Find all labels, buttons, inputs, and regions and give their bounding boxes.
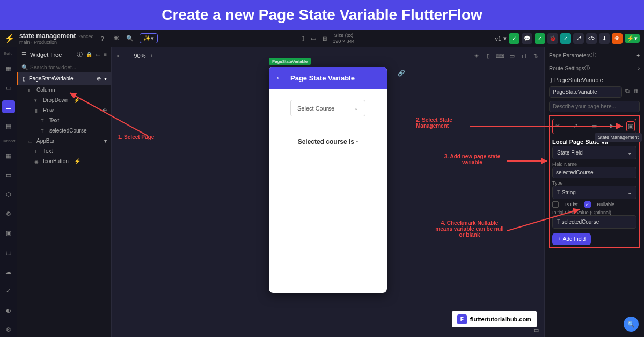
version-label[interactable]: v1: [495, 35, 501, 42]
dropdown-field[interactable]: Select Course ⌄: [290, 100, 365, 116]
delete-icon[interactable]: 🗑: [633, 86, 640, 95]
code-icon[interactable]: </>: [586, 33, 597, 44]
media-icon[interactable]: ▣: [2, 226, 15, 239]
build-label: Build: [4, 52, 13, 55]
page-item-root[interactable]: ▯ PageStateVariable ⊕ ▾: [17, 72, 111, 85]
type-dropdown[interactable]: T String ⌄: [552, 186, 636, 199]
lock-icon[interactable]: 🔒: [86, 52, 92, 57]
check-icon[interactable]: ✓: [509, 33, 519, 44]
sync-status: Synced: [77, 34, 93, 39]
api-icon[interactable]: ⚙: [2, 207, 15, 220]
topbar: ⚡ state management Synced main · Product…: [0, 30, 644, 47]
eye-icon[interactable]: 👁: [612, 33, 623, 44]
properties-panel: Page Parameters ⓘ + Route Settings ⓘ › ▯…: [544, 47, 644, 337]
field-name-input[interactable]: [552, 167, 636, 178]
appstate-icon[interactable]: ⬡: [2, 188, 15, 201]
list-icon[interactable]: ≡: [104, 52, 107, 57]
tree-iconbutton[interactable]: ◉IconButton ⚡: [17, 156, 111, 166]
tree-text2[interactable]: TText: [17, 146, 111, 156]
widget-search[interactable]: 🔍 Search for widget...: [17, 62, 111, 72]
chevron-down-icon[interactable]: ▾: [503, 35, 507, 42]
project-info: state management Synced main · Productio…: [19, 32, 93, 45]
box-icon[interactable]: ▭: [508, 52, 516, 60]
banner-title: Create a new Page State Variable Flutter…: [0, 0, 644, 30]
phone-icon[interactable]: ▯: [484, 52, 493, 60]
page-name-input[interactable]: [549, 86, 622, 98]
project-name: state management: [19, 32, 76, 40]
flow-icon[interactable]: ⇅: [531, 52, 540, 60]
keyboard-icon[interactable]: ⌨: [496, 52, 504, 60]
left-rail: Build ▦ ▭ ☰ ▤ Connect ▦ ▭ ⬡ ⚙ ▣ ⬚ ☁ ✓ ◐ …: [0, 47, 17, 337]
theme-icon[interactable]: ◐: [2, 304, 15, 317]
check3-icon[interactable]: ✓: [560, 33, 571, 44]
firestore-icon[interactable]: ▦: [2, 149, 15, 162]
chevron-right-icon[interactable]: ›: [638, 65, 640, 71]
chevron-icon[interactable]: ▾: [104, 138, 107, 144]
custom-icon[interactable]: ⬚: [2, 246, 15, 259]
device-preview[interactable]: ← Page State Variable Select Course ⌄ Se…: [269, 67, 387, 293]
annotation-2: 2. Select State Management: [416, 117, 470, 129]
copy-icon[interactable]: ⧉: [624, 86, 631, 95]
chevron-down-icon: ⌄: [627, 189, 632, 195]
state-field-dropdown[interactable]: State Field ⌄: [552, 146, 636, 159]
link-icon[interactable]: 🔗: [398, 70, 405, 77]
device-selector[interactable]: ▯ ▭ 🖥: [298, 34, 328, 43]
dropdown-icon: ▾: [34, 98, 40, 103]
fullscreen-icon[interactable]: ▭: [533, 327, 539, 334]
info-icon[interactable]: ⓘ: [584, 64, 590, 72]
tree-title: Widget Tree: [30, 52, 74, 58]
dashboard-icon[interactable]: ▦: [2, 62, 15, 75]
describe-input[interactable]: [549, 101, 640, 112]
ai-pill[interactable]: ✨▾: [140, 33, 158, 43]
back-arrow-icon[interactable]: ←: [275, 73, 284, 83]
zoom-level: 90%: [134, 53, 145, 59]
download-icon[interactable]: ⬇: [599, 33, 610, 44]
page-name: PageStateVariable: [29, 76, 74, 82]
datatypes-icon[interactable]: ▭: [2, 169, 15, 181]
page-params-label: Page Parameters: [549, 53, 591, 58]
text-icon: T: [41, 118, 46, 123]
tests-icon[interactable]: ✓: [2, 284, 15, 297]
annotation-1: 1. Select Page: [118, 134, 154, 140]
selected-course-text: Selected course is -: [277, 138, 378, 145]
text-icon: T: [34, 149, 40, 154]
check2-icon[interactable]: ✓: [535, 33, 545, 44]
device-tag: PageStateVariable: [269, 58, 311, 65]
zoom-in-icon[interactable]: +: [150, 53, 153, 59]
text-size-icon[interactable]: ᴛT: [519, 52, 528, 60]
nullable-label: Nullable: [597, 202, 615, 207]
run-icon[interactable]: ⚡▾: [625, 34, 640, 43]
command-icon[interactable]: ⌘: [112, 34, 120, 43]
search-fab[interactable]: 🔍: [624, 317, 639, 332]
canvas: ⇤ − 90% + ☀ ▯ ⌨ ▭ ᴛT ⇅ PageStateVariable…: [112, 47, 544, 337]
chevron-down-icon[interactable]: ▾: [104, 76, 107, 82]
info-icon[interactable]: ⓘ: [77, 50, 83, 58]
info-icon[interactable]: ⓘ: [591, 52, 596, 59]
watermark-logo-icon: F: [457, 314, 467, 324]
zoom-out-icon[interactable]: −: [126, 53, 129, 59]
collapse-icon[interactable]: ⇤: [117, 53, 122, 60]
app-logo-icon: ⚡: [4, 33, 15, 43]
tree-icon[interactable]: ☰: [2, 100, 15, 113]
page-icon[interactable]: ▭: [2, 81, 15, 94]
nullable-checkbox[interactable]: ✓: [584, 201, 591, 208]
help-icon[interactable]: ?: [98, 34, 106, 43]
desktop-icon[interactable]: 🖥: [320, 34, 328, 43]
settings-icon[interactable]: ⚙: [2, 323, 15, 336]
tablet-icon[interactable]: ▭: [309, 34, 318, 43]
arrow-1: [67, 90, 153, 138]
add-widget-icon[interactable]: ⊕: [97, 76, 101, 82]
bug-icon[interactable]: 🐞: [547, 33, 558, 44]
storyboard-icon[interactable]: ▤: [2, 120, 15, 133]
brightness-icon[interactable]: ☀: [472, 52, 481, 60]
layout-icon[interactable]: ▭: [96, 52, 100, 57]
page-name-header: PageStateVariable: [554, 77, 603, 83]
add-icon[interactable]: +: [636, 53, 640, 58]
branch-icon[interactable]: ⎇: [573, 33, 584, 44]
phone-icon[interactable]: ▯: [298, 34, 307, 43]
cloud-icon[interactable]: ☁: [2, 265, 15, 278]
search-icon[interactable]: 🔍: [126, 34, 134, 43]
add-field-button[interactable]: + Add Field: [552, 233, 591, 245]
chat-icon[interactable]: 💬: [522, 33, 532, 44]
plus-icon: +: [558, 236, 561, 242]
